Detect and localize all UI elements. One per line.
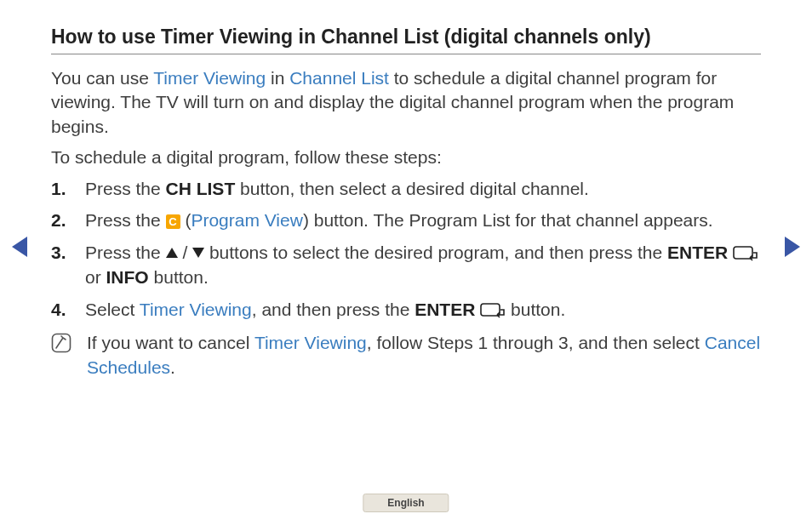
list-item: 1. Press the CH LIST button, then select… (51, 176, 761, 201)
enter-icon (733, 246, 758, 261)
text: ( (180, 210, 192, 230)
text: / (178, 243, 193, 262)
next-page-button[interactable] (785, 237, 800, 257)
language-badge[interactable]: English (363, 494, 449, 512)
step-body: Press the CH LIST button, then select a … (85, 176, 761, 201)
step-number: 3. (51, 240, 85, 290)
text: Press the (85, 243, 166, 262)
text: You can use (51, 68, 153, 88)
step-body: Press the C (Program View) button. The P… (85, 208, 761, 232)
down-arrow-icon (192, 248, 204, 258)
steps-label: To schedule a digital program, follow th… (51, 147, 761, 168)
text: buttons to select the desired program, a… (204, 243, 667, 262)
text: in (266, 68, 289, 88)
note-icon (51, 333, 71, 353)
link-timer-viewing: Timer Viewing (153, 68, 266, 88)
list-item: 3. Press the / buttons to select the des… (51, 240, 761, 290)
list-item: 2. Press the C (Program View) button. Th… (51, 208, 761, 232)
c-button-icon: C (166, 214, 180, 229)
step-number: 2. (51, 208, 85, 232)
button-label-enter: ENTER (667, 243, 728, 262)
step-body: Select Timer Viewing, and then press the… (85, 297, 761, 322)
step-number: 4. (51, 297, 85, 322)
note-body: If you want to cancel Timer Viewing, fol… (87, 330, 761, 380)
link-timer-viewing: Timer Viewing (254, 333, 367, 352)
text: button, then select a desired digital ch… (235, 179, 589, 198)
page-title: How to use Timer Viewing in Channel List… (51, 26, 761, 54)
link-channel-list: Channel List (289, 68, 389, 88)
up-arrow-icon (166, 248, 178, 258)
prev-page-button[interactable] (12, 237, 27, 257)
svg-rect-1 (481, 304, 500, 316)
button-label-ch-list: CH LIST (166, 179, 236, 198)
text: Press the (85, 210, 166, 230)
text: button. (149, 267, 209, 287)
enter-icon (480, 303, 506, 318)
step-number: 1. (51, 176, 85, 201)
button-label-info: INFO (106, 267, 149, 287)
text: Press the (85, 179, 166, 198)
text: button. (506, 300, 565, 319)
text: , follow Steps 1 through 3, and then sel… (367, 333, 705, 352)
steps-list: 1. Press the CH LIST button, then select… (51, 176, 761, 322)
text: Select (85, 300, 140, 319)
text: , and then press the (252, 300, 415, 319)
link-timer-viewing: Timer Viewing (140, 300, 252, 319)
list-item: 4. Select Timer Viewing, and then press … (51, 297, 761, 322)
text: ) (303, 210, 309, 230)
intro-paragraph: You can use Timer Viewing in Channel Lis… (51, 66, 761, 139)
text: If you want to cancel (87, 333, 254, 352)
step-body: Press the / buttons to select the desire… (85, 240, 761, 290)
svg-rect-0 (734, 247, 752, 259)
note-icon-cell (51, 330, 87, 380)
text: button. The Program List for that channe… (309, 210, 713, 230)
button-label-enter: ENTER (415, 300, 475, 319)
text: or (85, 267, 106, 287)
text: . (170, 357, 175, 377)
note-row: If you want to cancel Timer Viewing, fol… (51, 330, 761, 380)
link-program-view: Program View (191, 210, 303, 230)
